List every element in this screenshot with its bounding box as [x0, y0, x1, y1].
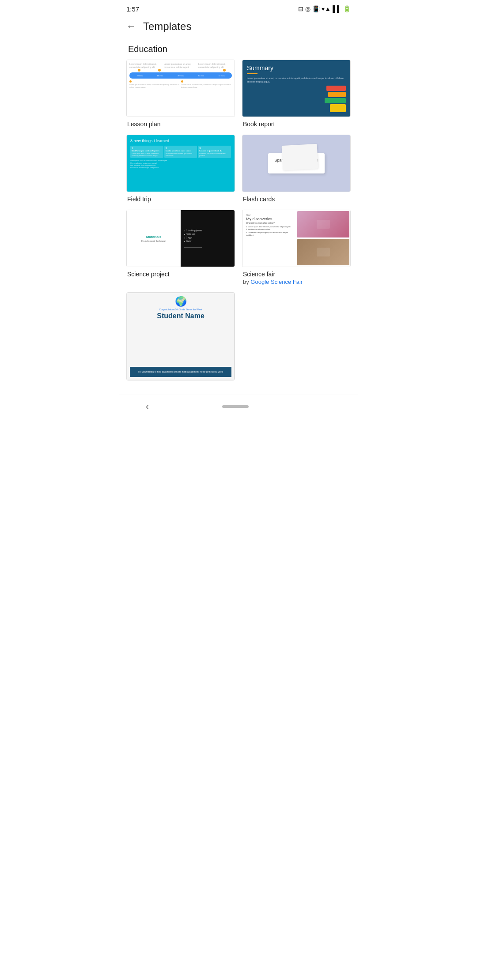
template-thumb-student-award: 🌍 Congratulations 5th Grade Star of the … — [126, 292, 235, 381]
template-label-field-trip: Field trip — [126, 196, 235, 203]
template-thumb-science-fair: Aha! My discoveries What did you learn a… — [242, 210, 351, 267]
template-thumb-field-trip: 3 new things I learned 1 World's largest… — [126, 135, 235, 192]
nav-back-button[interactable]: ‹ — [146, 401, 149, 411]
status-time: 1:57 — [126, 5, 139, 13]
vibrate-icon: 📳 — [312, 5, 320, 12]
template-label-lesson-plan: Lesson plan — [126, 121, 235, 128]
signal-icon: ▌▌ — [333, 5, 341, 12]
template-thumb-lesson-plan: Lorem ipsum dolor sit amet, consectetur … — [126, 60, 235, 117]
student-congrats: Congratulations 5th Grade Star of the We… — [159, 308, 202, 311]
template-card-science-fair[interactable]: Aha! My discoveries What did you learn a… — [242, 210, 351, 285]
student-name: Student Name — [157, 312, 204, 320]
book-report-body: Lorem ipsum dolor sit amet, consectetur … — [247, 77, 346, 83]
template-thumb-book-report: Summary Lorem ipsum dolor sit amet, cons… — [242, 60, 351, 117]
book-report-title: Summary — [247, 64, 346, 72]
template-label-flash-cards: Flash cards — [242, 196, 351, 203]
svg-rect-0 — [317, 220, 330, 229]
status-icons: ⊟ ◎ 📳 ▾▲ ▌▌ 🔋 — [298, 5, 351, 12]
battery-icon: 🔋 — [343, 5, 351, 12]
template-card-student-award[interactable]: 🌍 Congratulations 5th Grade Star of the … — [126, 292, 235, 384]
status-bar: 1:57 ⊟ ◎ 📳 ▾▲ ▌▌ 🔋 — [119, 0, 358, 16]
squircle-icon: ⊟ — [298, 5, 303, 12]
section-title: Education — [119, 37, 358, 60]
bottom-nav: ‹ — [119, 395, 358, 418]
google-science-fair-link[interactable]: Google Science Fair — [250, 279, 303, 285]
template-card-flash-cards[interactable]: Spanish Quiz flash cards Spanish 101 Fla… — [242, 135, 351, 203]
template-card-book-report[interactable]: Summary Lorem ipsum dolor sit amet, cons… — [242, 60, 351, 128]
header: ← Templates — [119, 16, 358, 37]
templates-grid: Lorem ipsum dolor sit amet, consectetur … — [119, 60, 358, 391]
svg-rect-1 — [317, 248, 330, 256]
template-sublabel-science-fair: by Google Science Fair — [242, 279, 351, 285]
nav-pill — [222, 405, 249, 408]
template-card-field-trip[interactable]: 3 new things I learned 1 World's largest… — [126, 135, 235, 203]
template-label-science-fair: Science fair — [242, 271, 351, 278]
wifi-icon: ▾▲ — [322, 5, 331, 12]
template-thumb-science-project: Materials Found around the house! •2 dri… — [126, 210, 235, 267]
globe-icon: 🌍 — [175, 296, 187, 307]
student-footer-text: For volunteering to help classmates with… — [132, 370, 229, 374]
at-icon: ◎ — [305, 5, 310, 12]
template-label-book-report: Book report — [242, 121, 351, 128]
back-button[interactable]: ← — [126, 22, 136, 31]
page-title: Templates — [143, 20, 191, 33]
template-card-lesson-plan[interactable]: Lorem ipsum dolor sit amet, consectetur … — [126, 60, 235, 128]
template-card-science-project[interactable]: Materials Found around the house! •2 dri… — [126, 210, 235, 285]
flash-card-back — [282, 144, 318, 170]
template-thumb-flash-cards: Spanish Quiz flash cards Spanish 101 — [242, 135, 351, 192]
template-label-science-project: Science project — [126, 271, 235, 278]
